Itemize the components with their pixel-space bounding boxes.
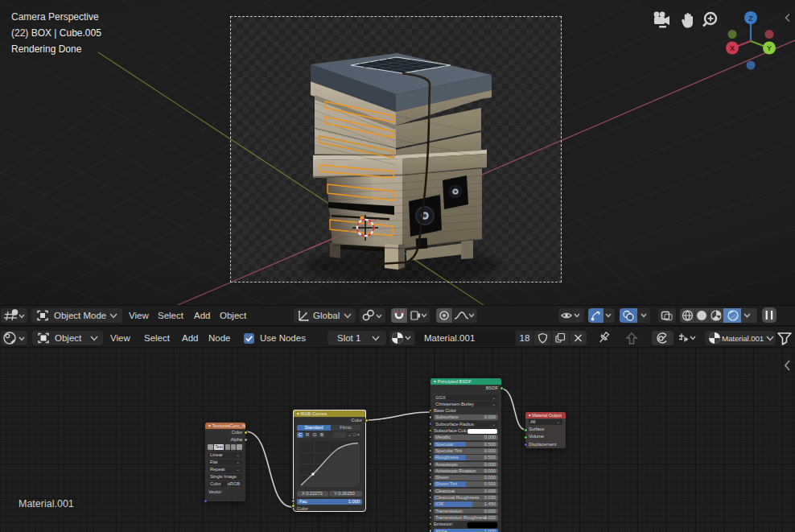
- svg-text:X: X: [730, 44, 735, 52]
- svg-text:Z: Z: [748, 14, 753, 23]
- svg-text:Y: Y: [767, 44, 772, 52]
